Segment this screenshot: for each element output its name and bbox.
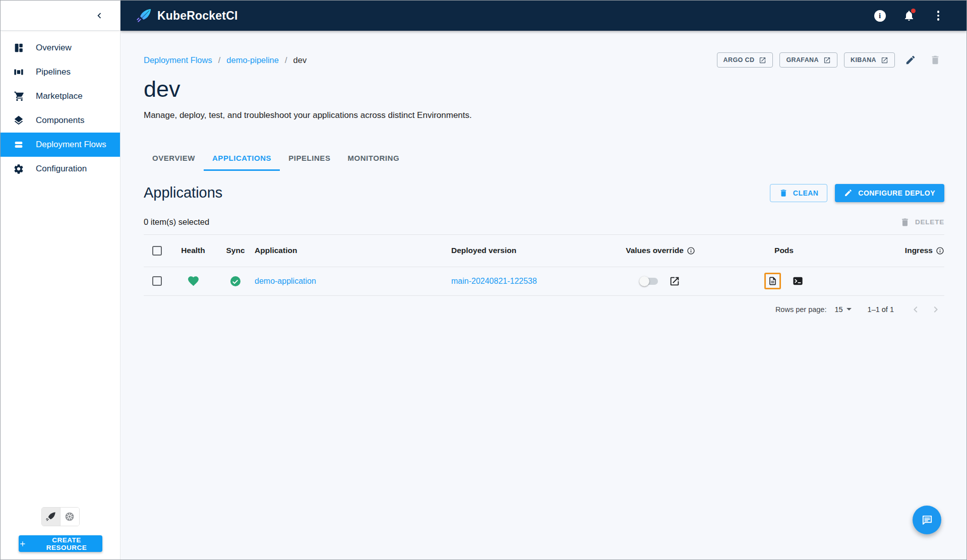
column-header-application: Application	[255, 246, 451, 255]
rows-per-page-select[interactable]: 15	[834, 305, 851, 314]
trash-icon	[930, 54, 941, 66]
more-menu-button[interactable]	[930, 8, 946, 24]
sidebar-header	[1, 1, 120, 31]
pod-logs-highlight	[764, 273, 781, 289]
argo-cd-label: ARGO CD	[723, 56, 755, 64]
pagination: Rows per page: 15 1–1 of 1	[144, 296, 944, 323]
external-link-icon	[823, 56, 831, 64]
sidebar-item-configuration[interactable]: Configuration	[1, 157, 120, 181]
plus-icon	[19, 540, 27, 548]
previous-page-button[interactable]	[908, 302, 923, 317]
sidebar: Overview Pipelines Marketplace Component…	[1, 1, 120, 559]
breadcrumb-link-deployment-flows[interactable]: Deployment Flows	[144, 55, 212, 65]
tab-applications[interactable]: APPLICATIONS	[204, 146, 280, 171]
ingress-label: Ingress	[905, 246, 933, 255]
chevron-right-icon	[930, 303, 942, 316]
kubernetes-view-button[interactable]	[61, 508, 79, 526]
kuberocketci-logo-icon	[137, 8, 152, 23]
breadcrumb-link-demo-pipeline[interactable]: demo-pipeline	[226, 55, 279, 65]
argo-cd-link-button[interactable]: ARGO CD	[717, 52, 773, 68]
info-icon[interactable]	[936, 246, 944, 255]
document-icon	[768, 276, 777, 286]
tab-pipelines[interactable]: PIPELINES	[280, 146, 339, 171]
grafana-link-button[interactable]: GRAFANA	[779, 52, 837, 68]
dashboard-icon	[13, 42, 25, 54]
application-link[interactable]: demo-application	[255, 277, 316, 286]
configure-deploy-label: CONFIGURE DEPLOY	[858, 189, 935, 197]
deployed-version-link[interactable]: main-20240821-122538	[451, 277, 537, 286]
chevron-down-icon	[847, 308, 852, 310]
edit-environment-button[interactable]	[901, 51, 920, 69]
healthy-heart-icon	[187, 275, 200, 287]
breadcrumb-current: dev	[293, 55, 307, 65]
sidebar-item-marketplace[interactable]: Marketplace	[1, 84, 120, 108]
sidebar-item-label: Overview	[36, 43, 72, 53]
breadcrumb-separator: /	[285, 55, 287, 65]
tab-monitoring[interactable]: MONITORING	[339, 146, 408, 171]
notifications-button[interactable]	[901, 8, 917, 24]
tab-overview[interactable]: OVERVIEW	[144, 146, 204, 171]
row-checkbox[interactable]	[152, 276, 162, 286]
delete-environment-button[interactable]	[926, 51, 944, 69]
pagination-range: 1–1 of 1	[868, 305, 894, 314]
deployment-flows-icon	[13, 139, 25, 151]
external-link-icon	[881, 56, 888, 64]
configure-deploy-button[interactable]: CONFIGURE DEPLOY	[835, 184, 944, 202]
rocket-icon	[46, 512, 56, 522]
next-page-button[interactable]	[928, 302, 943, 317]
sidebar-item-components[interactable]: Components	[1, 108, 120, 133]
sidebar-item-label: Configuration	[36, 164, 87, 174]
kibana-link-button[interactable]: KIBANA	[844, 52, 895, 68]
external-link-icon	[669, 276, 680, 287]
external-link-icon	[759, 56, 766, 64]
view-switcher	[41, 507, 80, 526]
column-header-pods: Pods	[734, 246, 834, 255]
pods-cell	[734, 273, 834, 289]
kuberocketci-view-button[interactable]	[42, 508, 61, 526]
notification-badge	[911, 9, 916, 13]
create-resource-button[interactable]: CREATE RESOURCE	[19, 535, 102, 552]
select-all-checkbox[interactable]	[152, 246, 162, 256]
health-status-cell	[170, 275, 216, 287]
gear-icon	[13, 163, 25, 175]
column-header-sync: Sync	[216, 246, 255, 255]
page-actions: ARGO CD GRAFANA KIBANA	[717, 51, 944, 69]
trash-icon	[779, 189, 788, 198]
kibana-label: KIBANA	[851, 56, 876, 64]
sidebar-collapse-button[interactable]	[92, 8, 107, 23]
info-button[interactable]: i	[872, 8, 888, 24]
chat-bubble-icon	[921, 514, 934, 527]
sidebar-item-label: Components	[36, 115, 84, 126]
shopping-cart-icon	[13, 90, 25, 102]
synced-check-icon	[229, 275, 241, 287]
app-logo[interactable]: KubeRocketCI	[137, 8, 238, 23]
values-override-toggle[interactable]	[641, 278, 658, 285]
clean-button[interactable]: CLEAN	[770, 184, 827, 202]
layers-icon	[13, 114, 25, 127]
page-title: dev	[144, 76, 944, 102]
values-override-open-button[interactable]	[669, 276, 680, 287]
chat-fab-button[interactable]	[913, 506, 941, 534]
sidebar-item-pipelines[interactable]: Pipelines	[1, 60, 120, 84]
column-header-ingress: Ingress	[834, 246, 944, 255]
values-override-cell	[587, 276, 734, 287]
delete-selected-button[interactable]: DELETE	[900, 217, 944, 227]
pod-logs-button[interactable]	[768, 276, 777, 286]
trash-icon	[900, 217, 910, 227]
sidebar-item-overview[interactable]: Overview	[1, 36, 120, 60]
sidebar-item-deployment-flows[interactable]: Deployment Flows	[1, 133, 120, 157]
table-row: demo-application main-20240821-122538	[144, 267, 944, 296]
table-header-row: Health Sync Application Deployed version…	[144, 235, 944, 267]
sidebar-item-label: Pipelines	[36, 67, 71, 77]
pod-terminal-button[interactable]	[792, 275, 804, 287]
kubernetes-icon	[65, 512, 75, 522]
info-icon: i	[874, 10, 886, 22]
applications-heading: Applications	[144, 184, 222, 201]
info-icon[interactable]	[687, 246, 695, 255]
sidebar-item-label: Marketplace	[36, 91, 83, 101]
pencil-icon	[905, 54, 916, 66]
sidebar-footer: CREATE RESOURCE	[1, 507, 120, 559]
column-header-deployed-version: Deployed version	[451, 246, 587, 255]
breadcrumb-separator: /	[218, 55, 221, 65]
chevron-left-icon	[910, 303, 922, 316]
